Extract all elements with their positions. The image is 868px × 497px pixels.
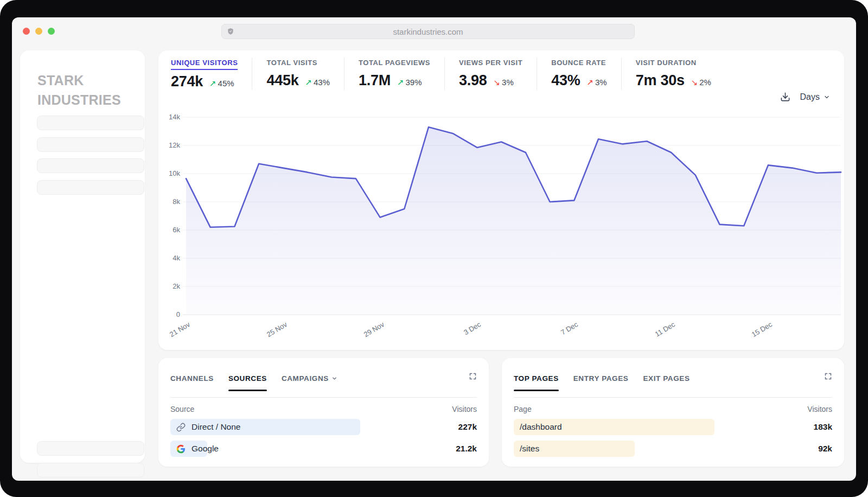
sidebar-placeholder[interactable]	[37, 180, 144, 195]
x-axis-tick: 29 Nov	[349, 320, 386, 347]
interval-label: Days	[800, 92, 820, 102]
stats-row: UNIQUE VISITORS274k↗45%TOTAL VISITS445k↗…	[171, 58, 725, 90]
stat-label: BOUNCE RATE	[551, 59, 606, 69]
stat-value: 274k	[171, 73, 203, 90]
tab-exit-pages[interactable]: EXIT PAGES	[643, 374, 690, 383]
expand-icon[interactable]	[824, 372, 832, 383]
download-icon[interactable]	[780, 92, 790, 102]
stat-total-visits[interactable]: TOTAL VISITS445k↗43%	[252, 58, 344, 90]
stat-value: 3.98	[459, 72, 487, 89]
stat-views-per-visit[interactable]: VIEWS PER VISIT3.98↘3%	[445, 58, 537, 90]
pages-tabs: TOP PAGESENTRY PAGESEXIT PAGES	[514, 373, 832, 383]
y-axis-tick: 6k	[161, 226, 180, 234]
stat-value-row: 7m 30s↘2%	[636, 72, 711, 89]
y-axis-tick: 8k	[161, 197, 180, 206]
stat-delta-value: 39%	[406, 78, 422, 87]
stat-bounce-rate[interactable]: BOUNCE RATE43%↗3%	[537, 58, 622, 90]
table-row[interactable]: Google21.2k	[170, 441, 477, 457]
brand-logo: STARK INDUSTRIES	[37, 71, 145, 110]
interval-dropdown[interactable]: Days	[800, 92, 830, 102]
stat-label: VISIT DURATION	[636, 59, 697, 69]
sidebar-placeholder[interactable]	[37, 463, 144, 477]
sidebar: STARK INDUSTRIES	[20, 50, 145, 463]
tab-label: SOURCES	[228, 374, 267, 383]
stat-value: 7m 30s	[636, 72, 685, 89]
row-value: 21.2k	[456, 444, 477, 454]
tab-top-pages[interactable]: TOP PAGES	[514, 374, 559, 383]
maximize-button[interactable]	[48, 28, 55, 35]
y-axis-tick: 2k	[161, 282, 180, 290]
stat-label: TOTAL VISITS	[266, 59, 317, 69]
sidebar-placeholder[interactable]	[37, 441, 144, 456]
stat-unique-visitors[interactable]: UNIQUE VISITORS274k↗45%	[171, 58, 252, 90]
chevron-down-icon	[824, 94, 830, 100]
visitors-area-chart: 02k4k6k8k10k12k14k21 Nov25 Nov29 Nov3 De…	[158, 50, 844, 350]
close-button[interactable]	[23, 28, 30, 35]
stat-delta: ↗39%	[397, 78, 422, 87]
stat-value: 43%	[551, 72, 580, 89]
pages-rows: /dashboard183k/sites92k	[514, 419, 832, 457]
x-axis-tick: 7 Dec	[542, 320, 579, 347]
row-value: 227k	[458, 422, 477, 432]
arrow-up-right-icon: ↗	[305, 78, 312, 87]
stat-value-row: 3.98↘3%	[459, 72, 522, 89]
google-icon	[176, 444, 186, 454]
tab-label: CAMPAIGNS	[282, 374, 329, 383]
stat-label: VIEWS PER VISIT	[459, 59, 522, 69]
stat-delta-value: 43%	[314, 78, 330, 87]
y-axis-tick: 10k	[161, 169, 180, 177]
tabs-divider	[170, 397, 477, 398]
table-row[interactable]: Direct / None227k	[170, 419, 477, 435]
visitors-line	[186, 127, 841, 227]
analytics-card: UNIQUE VISITORS274k↗45%TOTAL VISITS445k↗…	[158, 50, 844, 350]
x-axis-tick: 15 Dec	[737, 320, 774, 347]
tab-label: ENTRY PAGES	[573, 374, 629, 383]
chart-toolbar: Days	[780, 92, 830, 102]
row-value: 183k	[814, 422, 832, 432]
tab-label: TOP PAGES	[514, 374, 559, 383]
pages-panel: TOP PAGESENTRY PAGESEXIT PAGES Page Visi…	[502, 358, 844, 467]
tabs-divider	[514, 397, 832, 398]
table-row[interactable]: /dashboard183k	[514, 419, 832, 435]
expand-icon[interactable]	[469, 372, 477, 383]
stat-total-pageviews[interactable]: TOTAL PAGEVIEWS1.7M↗39%	[344, 58, 445, 90]
stat-delta-value: 45%	[218, 79, 234, 88]
y-axis-tick: 14k	[161, 113, 180, 121]
stat-label: UNIQUE VISITORS	[171, 59, 238, 70]
stat-delta: ↗45%	[209, 79, 234, 88]
arrow-up-right-icon: ↗	[397, 78, 404, 87]
stat-value: 445k	[266, 72, 298, 89]
stat-delta: ↘2%	[691, 78, 711, 87]
tab-channels[interactable]: CHANNELS	[170, 374, 214, 383]
tab-label: EXIT PAGES	[643, 374, 690, 383]
sources-panel: CHANNELSSOURCESCAMPAIGNS Source Visitors…	[158, 358, 489, 467]
stat-value-row: 43%↗3%	[551, 72, 607, 89]
tab-entry-pages[interactable]: ENTRY PAGES	[573, 374, 629, 383]
stat-delta-value: 2%	[699, 78, 711, 87]
table-header: Page Visitors	[514, 405, 832, 413]
chart-svg	[158, 50, 844, 350]
sidebar-placeholder[interactable]	[37, 116, 144, 130]
tab-label: CHANNELS	[170, 374, 214, 383]
sidebar-placeholder[interactable]	[37, 137, 144, 152]
brand-line-2: INDUSTRIES	[37, 91, 145, 110]
stat-delta: ↗43%	[305, 78, 330, 87]
row-label: /dashboard	[514, 422, 562, 432]
row-label-text: Direct / None	[192, 422, 240, 432]
column-source: Source	[170, 405, 194, 413]
column-visitors: Visitors	[807, 405, 832, 413]
shield-icon	[227, 27, 234, 38]
arrow-up-right-icon: ↗	[586, 78, 593, 87]
device-frame: starkindustries.com STARK INDUSTRIES UNI…	[0, 0, 868, 497]
y-axis-tick: 12k	[161, 141, 180, 149]
tab-campaigns[interactable]: CAMPAIGNS	[282, 374, 337, 383]
x-axis-tick: 25 Nov	[252, 320, 289, 347]
table-row[interactable]: /sites92k	[514, 441, 832, 457]
stat-visit-duration[interactable]: VISIT DURATION7m 30s↘2%	[622, 58, 725, 90]
column-visitors: Visitors	[452, 405, 477, 413]
tab-sources[interactable]: SOURCES	[228, 374, 267, 383]
url-bar[interactable]: starkindustries.com	[221, 24, 635, 39]
sidebar-placeholder[interactable]	[37, 158, 144, 173]
stat-value-row: 274k↗45%	[171, 73, 238, 90]
minimize-button[interactable]	[35, 28, 42, 35]
